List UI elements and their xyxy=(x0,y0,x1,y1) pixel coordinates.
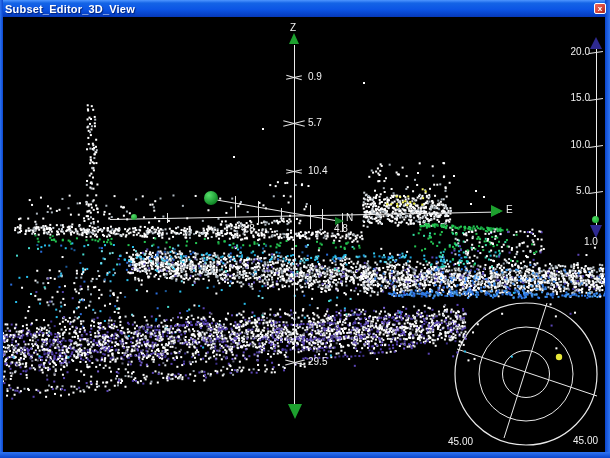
close-button[interactable]: x xyxy=(594,3,606,14)
window-border-bottom xyxy=(0,452,610,458)
close-icon: x xyxy=(598,4,602,13)
title-bar[interactable]: Subset_Editor_3D_View xyxy=(0,0,610,17)
viewport-canvas[interactable] xyxy=(0,0,610,458)
window-title: Subset_Editor_3D_View xyxy=(0,3,135,15)
window-border-right xyxy=(605,0,610,458)
subset-editor-3d-window: Z 0.9 5.7 10.4 29.5 E 4.8 N 4.8 20.0 15.… xyxy=(0,0,610,458)
window-border-left xyxy=(0,0,3,458)
